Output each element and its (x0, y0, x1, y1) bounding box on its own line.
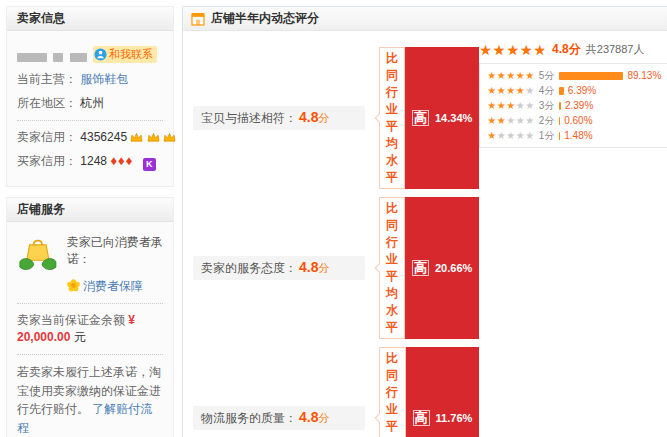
histogram-label: 1分 (539, 129, 555, 143)
histogram-row-3: ★★★★★3分2.39% (487, 98, 667, 113)
dsr-row-service: 卖家的服务态度：4.8分 比同行业平均水平高20.66% (193, 197, 479, 339)
guarantee-flower-icon (67, 279, 80, 292)
histogram-bar (559, 132, 560, 140)
dsr-higher-pct: 11.76% (436, 412, 473, 424)
contact-me-label: 和我联系 (109, 47, 153, 62)
histogram-bar (559, 72, 623, 80)
histogram-bar (559, 117, 560, 125)
seller-credit-value: 4356245 (80, 130, 127, 144)
buyer-credit-row: 买家信用： 1248 ♦♦♦ K (17, 153, 163, 171)
buyer-credit-value: 1248 (80, 154, 107, 168)
consumer-protection-icon (17, 230, 59, 282)
deposit-row: 卖家当前保证金余额 ¥ 20,000.00 元 (17, 312, 163, 346)
seller-info-section: 卖家信息 和我联系 当前主营： (6, 6, 174, 187)
stars-off-icon: ★★★★ (497, 130, 535, 141)
dsr-label: 物流服务的质量： (201, 410, 297, 427)
dsr-compare-badge: 比同行业平均水平高14.34% (379, 47, 479, 189)
histogram-pct: 6.39% (568, 85, 596, 96)
dsr-higher-pct: 20.66% (435, 262, 472, 274)
contact-me-badge[interactable]: 和我联系 (93, 46, 157, 63)
dsr-score: 4.8 (299, 109, 318, 125)
main-column: 店铺半年内动态评分 宝贝与描述相符：4.8分 比同行业平均水平高14.34% 卖… (182, 6, 667, 437)
dsr-score: 4.8 (299, 259, 318, 275)
histogram-label: 4分 (539, 84, 555, 98)
main-category-label: 当前主营： (17, 72, 77, 86)
seller-credit-label: 卖家信用： (17, 130, 77, 144)
deposit-note: 若卖家未履行上述承诺，淘宝使用卖家缴纳的保证金进行先行赔付。 了解赔付流程 (17, 363, 163, 437)
dsr-compare-text: 比同行业平均水平 (379, 347, 406, 437)
region-row: 所在地区： 杭州 (17, 95, 163, 112)
region-label: 所在地区： (17, 96, 77, 110)
stars-on-icon: ★ (487, 130, 496, 141)
histogram-row-4: ★★★★★4分6.39% (487, 83, 667, 98)
deposit-label: 卖家当前保证金余额 (17, 313, 125, 327)
stars-on-icon: ★★ (487, 115, 506, 126)
censored-name-block (17, 53, 47, 62)
crown-icon (130, 132, 143, 143)
overall-rating-row: ★★★★★★★★★★ 4.8分 共237887人 (479, 41, 667, 58)
shop-service-title: 店铺服务 (7, 198, 173, 222)
dsr-higher-label: 高 (412, 110, 429, 126)
divider (17, 354, 163, 355)
sidebar: 卖家信息 和我联系 当前主营： (6, 6, 174, 437)
divider (17, 120, 163, 121)
dsr-summary: ★★★★★★★★★★ 4.8分 共237887人 ★★★★★5分89.13% ★… (479, 39, 667, 437)
guarantee-row: 消费者保障 (67, 278, 163, 295)
histogram-label: 2分 (539, 114, 555, 128)
overall-count: 共237887人 (586, 42, 645, 57)
promise-text: 卖家已向消费者承诺： (67, 234, 163, 268)
main-category-link[interactable]: 服饰鞋包 (80, 72, 128, 86)
censored-name-block (53, 53, 63, 62)
seller-name-row: 和我联系 (17, 46, 163, 64)
dsr-panel: 店铺半年内动态评分 宝贝与描述相符：4.8分 比同行业平均水平高14.34% 卖… (182, 6, 667, 437)
histogram-pct: 0.60% (564, 115, 592, 126)
stars-on-icon: ★★★ (487, 100, 515, 111)
stars-off-icon: ★★★ (506, 115, 534, 126)
gem-icons: ♦♦♦ (110, 153, 133, 168)
overall-score: 4.8分 (552, 41, 581, 58)
dsr-compare-text: 比同行业平均水平 (379, 47, 405, 189)
dsr-score: 4.8 (299, 409, 318, 425)
guarantee-link[interactable]: 消费者保障 (83, 279, 143, 293)
main-category-row: 当前主营： 服饰鞋包 (17, 71, 163, 88)
crown-icon (163, 132, 176, 143)
histogram-row-1: ★★★★★1分1.48% (487, 128, 667, 143)
shop-service-section: 店铺服务 卖家已向消费者承诺： (6, 197, 174, 437)
dsr-rows: 宝贝与描述相符：4.8分 比同行业平均水平高14.34% 卖家的服务态度：4.8… (193, 39, 479, 437)
dsr-row-description: 宝贝与描述相符：4.8分 比同行业平均水平高14.34% (193, 47, 479, 189)
dsr-higher-label: 高 (413, 410, 430, 426)
dsr-row-logistics: 物流服务的质量：4.8分 比同行业平均水平高11.76% (193, 347, 479, 437)
buyer-badge-icon: K (143, 158, 156, 171)
histogram-row-2: ★★★★★2分0.60% (487, 113, 667, 128)
divider (17, 303, 163, 304)
censored-name-block (70, 53, 87, 62)
overall-stars-icon: ★★★★★★★★★★ (479, 43, 547, 57)
stars-on-icon: ★★★★★ (487, 70, 534, 81)
seller-credit-row: 卖家信用： 4356245 (17, 129, 163, 146)
dsr-higher-pct: 14.34% (435, 112, 472, 124)
dsr-compare-badge: 比同行业平均水平高11.76% (379, 347, 479, 437)
histogram-label: 5分 (539, 69, 555, 83)
region-value: 杭州 (80, 96, 104, 110)
page: 卖家信息 和我联系 当前主营： (0, 0, 667, 437)
histogram-row-5: ★★★★★5分89.13% (487, 68, 667, 83)
histogram-label: 3分 (539, 99, 555, 113)
buyer-credit-label: 买家信用： (17, 154, 77, 168)
store-icon (191, 12, 205, 26)
dsr-unit: 分 (318, 261, 329, 276)
stars-on-icon: ★★★★ (487, 85, 525, 96)
dsr-panel-title: 店铺半年内动态评分 (211, 10, 319, 27)
dsr-unit: 分 (318, 411, 329, 426)
seller-info-title: 卖家信息 (7, 7, 173, 31)
dsr-compare-text: 比同行业平均水平 (379, 197, 405, 339)
histogram-pct: 89.13% (627, 70, 661, 81)
dsr-label: 卖家的服务态度： (201, 260, 297, 277)
wangwang-icon (94, 48, 107, 61)
dsr-compare-badge: 比同行业平均水平高20.66% (379, 197, 479, 339)
promise-row: 卖家已向消费者承诺： 消费者保障 (17, 230, 163, 295)
histogram-pct: 1.48% (564, 130, 592, 141)
histogram-pct: 2.39% (565, 100, 593, 111)
histogram-bar (559, 87, 564, 95)
stars-off-icon: ★★ (516, 100, 535, 111)
histogram-bar (559, 102, 561, 110)
